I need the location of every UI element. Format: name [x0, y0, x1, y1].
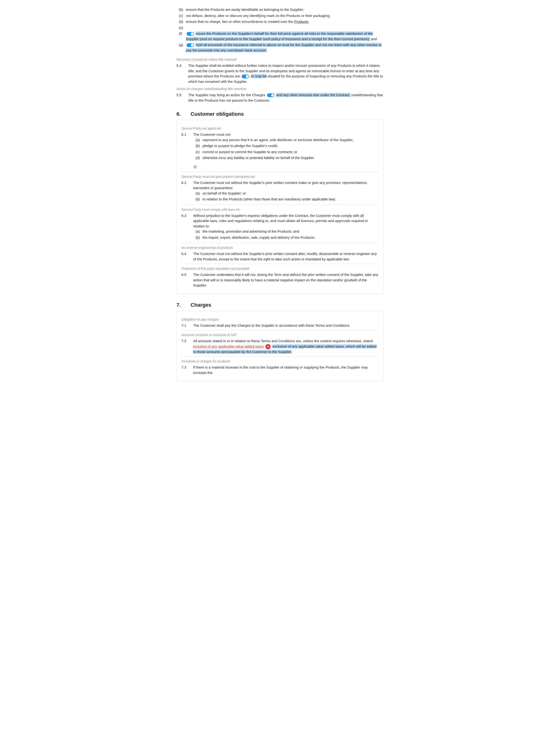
- list-content-c: not deface, destroy, alter or obscure an…: [186, 13, 384, 19]
- subsection-number-6-1: 6.1: [181, 132, 193, 137]
- divider-6-4: [181, 264, 379, 264]
- list-content-6-1-c: commit or purport to commit the Supplier…: [202, 149, 379, 155]
- heading-6-5: Protection of first party reputation and…: [181, 266, 379, 271]
- subsection-number-5-4: 5.4: [176, 63, 188, 68]
- list-item-6-2-a: (a) on behalf of the Supplier; or: [193, 191, 379, 196]
- heading-7-2: Amounts inclusive or exclusive of VAT: [181, 332, 379, 337]
- list-content-6-2-b: in relation to the Products (other than …: [202, 197, 379, 202]
- list-content-d: ensure that no charge, lien or other enc…: [186, 19, 384, 24]
- list-label-6-2-b: (b): [195, 197, 202, 202]
- subsection-6-2: 6.2 The Customer must not without the Su…: [181, 180, 379, 203]
- highlight-f: insure the Products on the Supplier's be…: [186, 31, 373, 41]
- section-6-number: 6.: [176, 110, 190, 118]
- subsection-number-7-2: 7.2: [181, 338, 193, 344]
- list-label-6-2-a: (a): [195, 191, 202, 196]
- subsection-content-6-5: The Customer undertakes that it will not…: [193, 272, 379, 288]
- or-badge: or: [265, 344, 271, 349]
- list-label-c: (c): [179, 13, 186, 19]
- highlight-5-4: or may be: [251, 74, 267, 78]
- list-content-6-2-a: on behalf of the Supplier; or: [202, 191, 379, 196]
- list-content-6-3-b: the import, export, distribution, sale, …: [202, 235, 379, 240]
- list-item-d: (d) ensure that no charge, lien or other…: [176, 19, 384, 24]
- section-6-box: Second Party not agent etc 6.1 The Custo…: [176, 120, 384, 294]
- underline-products: Products: [294, 19, 308, 23]
- subsection-6-4: 6.4 The Customer must not without the Su…: [181, 251, 379, 262]
- highlight-g: hold all proceeds of the insurance refer…: [186, 43, 382, 52]
- subsection-content-7-2: All amounts stated in or in relation to …: [193, 338, 379, 354]
- subsection-number-6-3: 6.3: [181, 213, 193, 218]
- list-content-6-1-b: pledge or purport to pledge the Supplier…: [202, 143, 379, 149]
- list-item-6-1-a: (a) represent to any person that it is a…: [193, 137, 379, 143]
- subsection-5-4: 5.4 The Supplier shall be entitled witho…: [176, 63, 384, 84]
- list-label-6-3-b: (b): [195, 235, 202, 240]
- list-label-6-1-a: (a): [195, 137, 202, 143]
- section-7-number: 7.: [176, 301, 190, 309]
- heading-5-5: Action for charges notwithstanding title…: [176, 87, 384, 92]
- heading-5-4: Recovery of products where title retaine…: [176, 57, 384, 62]
- sub-6-2-intro: The Customer must not without the Suppli…: [193, 181, 368, 190]
- list-label-6-1-d: (d): [195, 155, 202, 161]
- subsection-5-5: 5.5 The Supplier may bring an action for…: [176, 93, 384, 103]
- heading-6-2: Second Party must not give product warra…: [181, 174, 379, 179]
- divider-6-1: [181, 172, 379, 172]
- list-content-6-3-a: the marketing, promotion and advertising…: [202, 229, 379, 234]
- section-6-title: Customer obligations: [190, 110, 244, 118]
- subsection-number-6-5: 6.5: [181, 272, 193, 278]
- sub-6-1-intro: The Customer must not:: [193, 132, 231, 136]
- subsection-content-6-1: The Customer must not: (a) represent to …: [193, 132, 379, 161]
- heading-6-3: Second Party must comply with laws etc: [181, 207, 379, 212]
- subsection-6-1: 6.1 The Customer must not: (a) represent…: [181, 132, 379, 161]
- subsection-number-5-5: 5.5: [176, 93, 188, 98]
- subsection-5-5-wrapper: Action for charges notwithstanding title…: [176, 87, 384, 103]
- list-label-d: (d): [179, 19, 186, 24]
- toggle-f[interactable]: [186, 32, 194, 36]
- subsection-content-5-4: The Supplier shall be entitled without f…: [188, 63, 384, 84]
- sub-6-3-intro: Without prejudice to the Supplier's expr…: [193, 213, 368, 228]
- list-label-6-3-a: (a): [195, 229, 202, 234]
- list-content-b: ensure that the Products are easily iden…: [186, 7, 384, 12]
- heading-6-1: Second Party not agent etc: [181, 126, 379, 131]
- list-item-6-1-c: (c) commit or purport to commit the Supp…: [193, 149, 379, 155]
- subsection-7-2: 7.2 All amounts stated in or in relation…: [181, 338, 379, 354]
- list-label-g: (g): [179, 42, 186, 53]
- subsection-content-6-2: The Customer must not without the Suppli…: [193, 180, 379, 203]
- subsection-content-7-1: The Customer shall pay the Charges to th…: [193, 323, 379, 328]
- list-content-e: [186, 25, 384, 31]
- subsection-content-6-3: Without prejudice to the Supplier's expr…: [193, 213, 379, 241]
- heading-6-4: No reverse engineering of products: [181, 245, 379, 250]
- subsection-5-4-wrapper: Recovery of products where title retaine…: [176, 57, 384, 84]
- list-item-6-2-b: (b) in relation to the Products (other t…: [193, 197, 379, 202]
- list-label-e: (e): [179, 25, 186, 31]
- subsection-7-1: 7.1 The Customer shall pay the Charges t…: [181, 323, 379, 328]
- toggle-g[interactable]: [186, 43, 194, 47]
- list-content-f: insure the Products on the Supplier's be…: [186, 31, 384, 42]
- section-7-header: 7. Charges: [176, 301, 384, 309]
- red-link-inclusive[interactable]: inclusive of any applicable value added …: [193, 344, 264, 348]
- subsection-content-6-4: The Customer must not without the Suppli…: [193, 251, 379, 262]
- list-item-6-3-a: (a) the marketing, promotion and adverti…: [193, 229, 379, 234]
- list-item-f: (f) insure the Products on the Supplier'…: [176, 31, 384, 42]
- subsection-6-5: 6.5 The Customer undertakes that it will…: [181, 272, 379, 288]
- divider-6-2: [181, 204, 379, 205]
- list-content-6-1-d: otherwise incur any liability or potenti…: [202, 155, 379, 161]
- list-content-g: hold all proceeds of the insurance refer…: [186, 42, 384, 53]
- list-item-g: (g) hold all proceeds of the insurance r…: [176, 42, 384, 53]
- heading-7-1: Obligation to pay charges: [181, 317, 379, 322]
- subsection-number-6-2: 6.2: [181, 180, 193, 185]
- subsection-content-5-5: The Supplier may bring an action for the…: [188, 93, 384, 103]
- toggle-5-5[interactable]: [267, 93, 275, 97]
- list-item-6-1-b: (b) pledge or purport to pledge the Supp…: [193, 143, 379, 149]
- heading-7-3: Increases in charges for products: [181, 359, 379, 364]
- globe-icon: ⊕: [193, 163, 379, 170]
- subsection-content-7-3: If there is a material increase in the c…: [193, 365, 379, 376]
- list-item-6-1-d: (d) otherwise incur any liability or pot…: [193, 155, 379, 161]
- subsection-number-7-1: 7.1: [181, 323, 193, 328]
- highlight-5-5: and any other amounts due under the Cont…: [276, 93, 351, 97]
- list-label-b: (b): [179, 7, 186, 12]
- subsection-7-3: 7.3 If there is a material increase in t…: [181, 365, 379, 376]
- list-item-6-3-b: (b) the import, export, distribution, sa…: [193, 235, 379, 240]
- subsection-number-6-4: 6.4: [181, 251, 193, 257]
- list-item-b: (b) ensure that the Products are easily …: [176, 7, 384, 12]
- toggle-5-4[interactable]: [242, 75, 249, 78]
- subsection-6-3: 6.3 Without prejudice to the Supplier's …: [181, 213, 379, 241]
